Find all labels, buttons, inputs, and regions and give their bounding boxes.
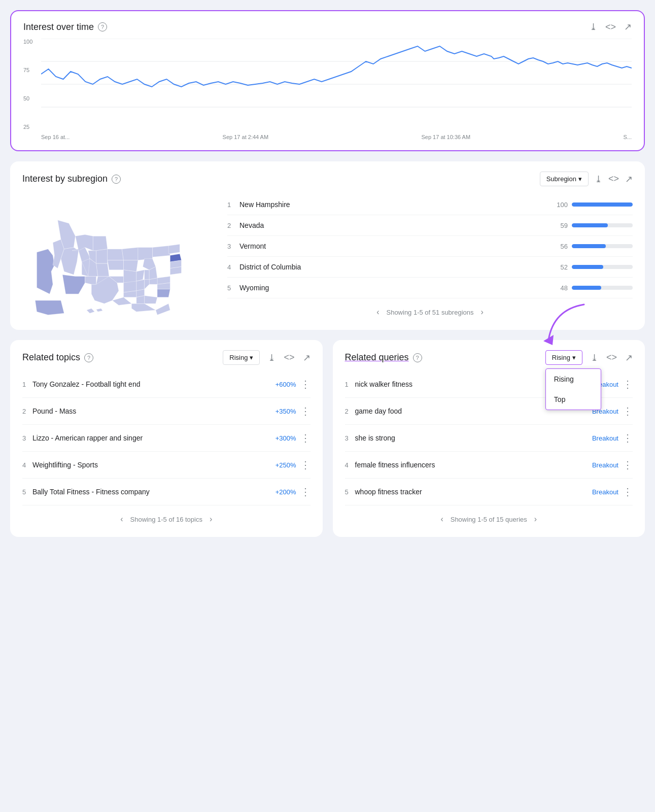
topic-rank: 3 — [22, 434, 32, 442]
region-score: 52 — [549, 263, 568, 271]
subregion-embed-icon[interactable]: <> — [608, 174, 619, 184]
interest-over-time-title: Interest over time — [23, 22, 94, 32]
related-topics-download-icon[interactable]: ⤓ — [268, 352, 275, 363]
subregion-layout: 1 New Hampshire 100 2 Nevada 59 3 Vermon… — [22, 194, 633, 320]
related-queries-share-icon[interactable]: ↗ — [625, 352, 633, 363]
topic-item[interactable]: 2 Pound - Mass +350% ⋮ — [22, 398, 311, 425]
y-label-50: 50 — [23, 95, 32, 101]
y-label-100: 100 — [23, 39, 32, 45]
related-queries-embed-icon[interactable]: <> — [606, 352, 617, 363]
more-options-icon[interactable]: ⋮ — [300, 378, 311, 390]
query-more-options-icon[interactable]: ⋮ — [623, 405, 633, 417]
related-queries-dropdown-menu: Rising Top — [545, 368, 601, 410]
region-item[interactable]: 4 District of Columbia 52 — [227, 257, 633, 278]
related-queries-download-icon[interactable]: ⤓ — [591, 352, 598, 363]
embed-icon[interactable]: <> — [605, 22, 616, 32]
topic-name: Bally Total Fitness - Fitness company — [32, 488, 275, 496]
related-topics-share-icon[interactable]: ↗ — [303, 352, 311, 363]
interest-over-time-card: Interest over time ? ⤓ <> ↗ 100 75 50 25 — [10, 10, 645, 151]
related-topics-help-icon[interactable]: ? — [84, 353, 93, 362]
topic-item[interactable]: 3 Lizzo - American rapper and singer +30… — [22, 425, 311, 452]
related-topics-dropdown-label: Rising — [229, 354, 248, 361]
topic-rank: 5 — [22, 488, 32, 496]
topic-rank: 4 — [22, 461, 32, 469]
more-options-icon[interactable]: ⋮ — [300, 405, 311, 417]
region-bar-bg — [572, 202, 633, 207]
topic-rank: 2 — [22, 408, 32, 415]
query-rank: 5 — [345, 488, 355, 496]
svg-marker-4 — [543, 335, 554, 345]
topics-pagination-text: Showing 1-5 of 16 topics — [130, 516, 202, 523]
subregion-pagination: ‹ Showing 1-5 of 51 subregions › — [227, 298, 633, 320]
related-topics-pagination: ‹ Showing 1-5 of 16 topics › — [22, 505, 311, 527]
related-queries-title-text: Related queries — [345, 352, 409, 363]
more-options-icon[interactable]: ⋮ — [300, 486, 311, 498]
topic-item[interactable]: 1 Tony Gonzalez - Football tight end +60… — [22, 371, 311, 398]
x-label-3: Sep 17 at 10:36 AM — [421, 134, 470, 140]
topics-pagination-next[interactable]: › — [206, 514, 215, 525]
subregion-list: 1 New Hampshire 100 2 Nevada 59 3 Vermon… — [227, 194, 633, 320]
topics-pagination-prev[interactable]: ‹ — [117, 514, 126, 525]
region-rank: 4 — [227, 263, 239, 271]
topic-value: +300% — [275, 434, 296, 442]
query-rank: 2 — [345, 408, 355, 415]
query-item[interactable]: 5 whoop fitness tracker Breakout ⋮ — [345, 479, 633, 505]
subregion-dropdown[interactable]: Subregion ▾ — [540, 172, 589, 186]
region-item[interactable]: 5 Wyoming 48 — [227, 278, 633, 298]
topic-value: +600% — [275, 381, 296, 388]
related-topics-chevron: ▾ — [250, 354, 253, 361]
related-topics-embed-icon[interactable]: <> — [284, 352, 294, 363]
share-icon[interactable]: ↗ — [624, 21, 632, 32]
region-item[interactable]: 3 Vermont 56 — [227, 236, 633, 257]
query-more-options-icon[interactable]: ⋮ — [623, 432, 633, 444]
pagination-prev[interactable]: ‹ — [373, 307, 382, 318]
query-more-options-icon[interactable]: ⋮ — [623, 486, 633, 498]
query-more-options-icon[interactable]: ⋮ — [623, 378, 633, 390]
topic-item[interactable]: 4 Weightlifting - Sports +250% ⋮ — [22, 452, 311, 479]
query-more-options-icon[interactable]: ⋮ — [623, 459, 633, 471]
related-queries-chevron: ▾ — [572, 354, 576, 361]
subregion-share-icon[interactable]: ↗ — [625, 174, 633, 185]
region-bar-bg — [572, 286, 633, 290]
more-options-icon[interactable]: ⋮ — [300, 432, 311, 444]
dropdown-option-rising[interactable]: Rising — [546, 369, 601, 389]
query-item[interactable]: 3 she is strong Breakout ⋮ — [345, 425, 633, 452]
dropdown-option-top[interactable]: Top — [546, 389, 601, 410]
card-actions: ⤓ <> ↗ — [590, 21, 632, 32]
topic-value: +200% — [275, 488, 296, 496]
region-score: 48 — [549, 284, 568, 292]
more-options-icon[interactable]: ⋮ — [300, 459, 311, 471]
topic-item[interactable]: 5 Bally Total Fitness - Fitness company … — [22, 479, 311, 505]
subregion-help-icon[interactable]: ? — [112, 175, 121, 184]
related-queries-header: Related queries ? Rising ▾ Rising Top ⤓ … — [345, 350, 633, 365]
chart-container: 100 75 50 25 Sep 16 at... Sep 17 at 2:44… — [23, 39, 632, 140]
region-items-container: 1 New Hampshire 100 2 Nevada 59 3 Vermon… — [227, 194, 633, 298]
queries-pagination-next[interactable]: › — [531, 514, 540, 525]
region-name: Vermont — [239, 242, 549, 250]
query-item[interactable]: 4 female fitness influencers Breakout ⋮ — [345, 452, 633, 479]
pagination-next[interactable]: › — [478, 307, 487, 318]
chart-svg — [41, 39, 632, 130]
x-label-4: S... — [623, 134, 632, 140]
subregion-download-icon[interactable]: ⤓ — [595, 174, 602, 185]
region-name: Wyoming — [239, 284, 549, 292]
topic-rank: 1 — [22, 381, 32, 388]
region-bar-bg — [572, 265, 633, 269]
topic-value: +350% — [275, 408, 296, 415]
related-topics-header: Related topics ? Rising ▾ ⤓ <> ↗ — [22, 350, 311, 365]
region-item[interactable]: 2 Nevada 59 — [227, 215, 633, 236]
subregion-title-text: Interest by subregion — [22, 174, 108, 184]
y-axis-labels: 100 75 50 25 — [23, 39, 32, 140]
queries-pagination-prev[interactable]: ‹ — [437, 514, 446, 525]
related-topics-dropdown[interactable]: Rising ▾ — [223, 350, 260, 365]
region-item[interactable]: 1 New Hampshire 100 — [227, 194, 633, 215]
download-icon[interactable]: ⤓ — [590, 21, 597, 32]
y-label-25: 25 — [23, 124, 32, 130]
related-topics-card: Related topics ? Rising ▾ ⤓ <> ↗ 1 Tony … — [10, 340, 323, 537]
subregion-header-right: Subregion ▾ ⤓ <> ↗ — [540, 172, 633, 186]
related-queries-help-icon[interactable]: ? — [413, 353, 422, 362]
help-icon[interactable]: ? — [98, 22, 107, 31]
related-queries-dropdown[interactable]: Rising ▾ — [545, 350, 582, 365]
region-bar-bg — [572, 244, 633, 248]
query-value: Breakout — [592, 434, 618, 442]
